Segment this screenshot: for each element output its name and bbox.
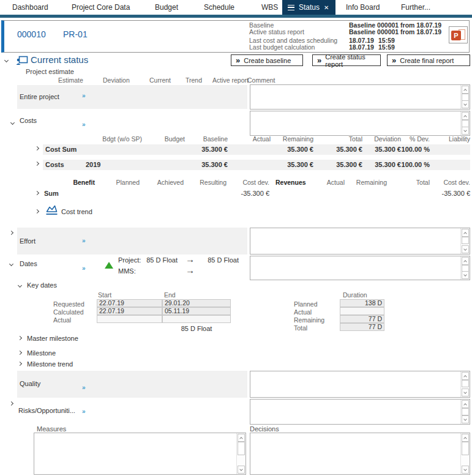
tab-project-core-data[interactable]: Project Core Data	[72, 0, 130, 15]
comment-marker-icon[interactable]: »	[82, 237, 85, 244]
risks-expand-toggle[interactable]	[9, 401, 13, 406]
sum-expand-toggle[interactable]	[35, 191, 39, 195]
comment-marker-icon[interactable]: »	[82, 121, 85, 128]
create-baseline-button[interactable]: » Create baseline	[231, 54, 303, 66]
cost-trend-expand-toggle[interactable]	[35, 209, 39, 214]
scroll-down-button[interactable]	[462, 466, 469, 474]
scroll-up-button[interactable]	[462, 400, 469, 408]
close-tab-icon[interactable]: ✕	[324, 4, 329, 11]
tab-schedule[interactable]: Schedule	[204, 0, 234, 15]
effort-expand-toggle[interactable]	[9, 231, 13, 235]
entire-project-comment-textarea[interactable]	[250, 84, 470, 110]
entire-project-label: Entire project	[20, 93, 59, 100]
scroll-up-button[interactable]	[462, 229, 469, 237]
scroll-up-button[interactable]	[238, 434, 245, 442]
col-pct-dev: % Dev.	[410, 135, 430, 143]
chevron-up-icon	[239, 437, 243, 441]
tab-dashboard[interactable]: Dashboard	[12, 0, 48, 15]
col-benefit: Benefit	[73, 179, 95, 186]
measures-textarea[interactable]	[34, 433, 246, 475]
scrollbar[interactable]	[460, 371, 470, 397]
col-rev-actual: Actual	[327, 179, 345, 186]
tab-status-label: Status	[299, 3, 320, 12]
milestone-trend-expand-toggle[interactable]	[18, 362, 22, 366]
key-dates-expand-toggle[interactable]	[18, 283, 22, 288]
create-status-report-button[interactable]: » Create status report	[312, 54, 381, 66]
risks-label: Risks/Opportuniti...	[18, 407, 75, 414]
master-milestone-expand-toggle[interactable]	[18, 336, 22, 340]
scroll-thumb[interactable]	[462, 380, 469, 387]
cost-sum-pct-dev: 100.00 %	[402, 146, 430, 153]
powerpoint-export-button[interactable]: P	[449, 26, 468, 43]
menu-icon[interactable]	[288, 5, 294, 10]
actual-duration-field[interactable]	[340, 307, 384, 315]
dates-expand-toggle[interactable]	[9, 262, 13, 266]
tab-further[interactable]: Further...	[401, 0, 430, 15]
scroll-thumb[interactable]	[462, 237, 469, 244]
quality-comment-textarea[interactable]	[250, 371, 470, 398]
scroll-up-button[interactable]	[462, 434, 469, 442]
comment-marker-icon[interactable]: »	[82, 384, 85, 391]
scrollbar[interactable]	[460, 111, 470, 135]
requested-end-field[interactable]: 29.01.20	[162, 299, 231, 307]
scroll-down-button[interactable]	[462, 245, 469, 253]
col-rev-total: Total	[416, 179, 430, 186]
scroll-up-button[interactable]	[462, 86, 469, 94]
tab-status-active[interactable]: Status ✕	[282, 0, 335, 15]
remaining-duration-field[interactable]: 77 D	[340, 315, 384, 323]
scroll-down-button[interactable]	[462, 127, 469, 135]
scroll-up-button[interactable]	[462, 372, 469, 380]
total-duration-field[interactable]: 77 D	[340, 323, 384, 331]
planned-duration-field[interactable]: 138 D	[340, 299, 384, 307]
scrollbar[interactable]	[460, 400, 470, 424]
costs-expand-toggle[interactable]	[10, 121, 15, 125]
costs-comment-textarea[interactable]	[250, 111, 470, 136]
create-baseline-label: Create baseline	[244, 57, 291, 64]
scroll-down-button[interactable]	[462, 415, 469, 423]
actual-start-field[interactable]	[97, 315, 162, 323]
scroll-down-button[interactable]	[462, 100, 469, 108]
scroll-down-button[interactable]	[462, 271, 469, 279]
scrollbar[interactable]	[460, 433, 470, 474]
scroll-down-button[interactable]	[238, 466, 245, 474]
scrollbar[interactable]	[460, 85, 470, 109]
comment-marker-icon[interactable]: »	[82, 265, 85, 272]
master-milestone-label: Master milestone	[27, 335, 78, 342]
requested-start-field[interactable]: 22.07.19	[97, 299, 162, 307]
scrollbar[interactable]	[460, 228, 470, 254]
costs-2019-label: Costs	[45, 161, 64, 168]
scroll-thumb[interactable]	[462, 408, 469, 415]
cost-trend-label: Cost trend	[61, 208, 92, 215]
comment-marker-icon[interactable]: »	[82, 92, 85, 99]
calculated-end-field[interactable]: 05.11.19	[162, 307, 231, 315]
scrollbar[interactable]	[236, 433, 245, 474]
costs-2019-expand-toggle[interactable]	[35, 162, 39, 166]
col-comment: Comment	[247, 76, 275, 84]
effort-comment-textarea[interactable]	[250, 228, 470, 255]
comment-marker-icon[interactable]: »	[82, 408, 85, 415]
scroll-thumb[interactable]	[238, 442, 245, 455]
project-status-page: Dashboard Project Core Data Budget Sched…	[0, 0, 472, 476]
milestone-expand-toggle[interactable]	[18, 351, 22, 355]
risks-comment-textarea[interactable]	[250, 399, 470, 425]
calculated-start-field[interactable]: 22.07.19	[97, 307, 162, 315]
tab-budget[interactable]: Budget	[155, 0, 178, 15]
col-achieved: Achieved	[157, 179, 184, 186]
col-resulting: Resulting	[200, 179, 227, 186]
cost-sum-expand-toggle[interactable]	[35, 146, 39, 151]
decisions-textarea[interactable]	[250, 433, 470, 475]
section-expand-toggle[interactable]	[4, 58, 9, 62]
scrollbar[interactable]	[460, 256, 470, 280]
actual-end-field[interactable]	[162, 315, 231, 323]
tab-wbs[interactable]: WBS	[261, 0, 278, 15]
tabbar-accent-strip	[0, 15, 472, 18]
scroll-down-button[interactable]	[462, 389, 469, 396]
project-id: 000010	[17, 29, 46, 39]
scroll-up-button[interactable]	[462, 112, 469, 120]
chevron-down-icon	[463, 390, 467, 394]
tab-info-board[interactable]: Info Board	[346, 0, 380, 15]
scroll-thumb[interactable]	[462, 442, 469, 455]
dates-comment-textarea[interactable]	[250, 256, 470, 280]
scroll-up-button[interactable]	[462, 257, 469, 265]
create-final-report-button[interactable]: » Create final report	[387, 54, 470, 66]
